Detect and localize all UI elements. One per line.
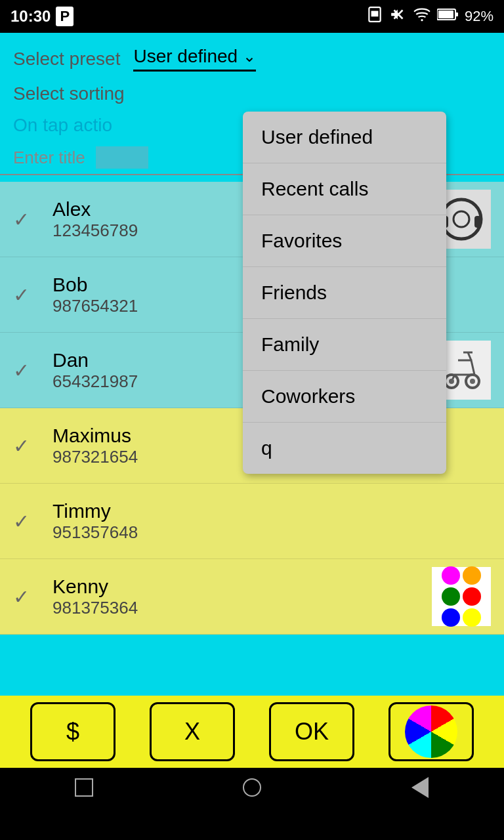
wifi-icon xyxy=(413,6,430,27)
back-icon xyxy=(411,777,429,798)
table-row[interactable]: ✓ Kenny 981375364 xyxy=(0,559,504,635)
contact-info: Kenny 981375364 xyxy=(52,576,432,618)
checkmark-icon: ✓ xyxy=(13,208,39,231)
preset-label: Select preset xyxy=(13,49,120,70)
svg-rect-4 xyxy=(455,12,458,16)
dollar-icon: $ xyxy=(66,718,79,746)
contact-thumbnail xyxy=(432,567,491,626)
dropdown-item-user-defined[interactable]: User defined xyxy=(243,112,446,163)
preset-dropdown-trigger[interactable]: User defined ⌄ xyxy=(133,46,256,72)
table-row[interactable]: ✓ Timmy 951357648 xyxy=(0,484,504,559)
svg-point-15 xyxy=(470,379,475,384)
dropdown-item-friends[interactable]: Friends xyxy=(243,267,446,319)
contact-thumbnail xyxy=(432,492,491,551)
svg-point-2 xyxy=(421,19,423,21)
bottom-toolbar: $ X OK xyxy=(0,696,504,768)
dropdown-item-favorites[interactable]: Favorites xyxy=(243,215,446,267)
chevron-down-icon: ⌄ xyxy=(243,47,256,66)
contact-info: Timmy 951357648 xyxy=(52,500,432,543)
sorting-label: Select sorting xyxy=(13,83,125,104)
sorting-row: Select sorting xyxy=(0,78,504,110)
dropdown-item-coworkers[interactable]: Coworkers xyxy=(243,371,446,423)
color-wheel-icon xyxy=(405,705,457,758)
preset-selected-value: User defined xyxy=(133,46,238,67)
sim-icon xyxy=(366,6,383,27)
nav-recents-button[interactable] xyxy=(68,771,100,804)
dollar-button[interactable]: $ xyxy=(30,702,116,761)
nav-back-button[interactable] xyxy=(404,771,436,804)
mute-icon xyxy=(390,6,407,27)
checkmark-icon: ✓ xyxy=(13,585,39,608)
checkmark-icon: ✓ xyxy=(13,510,39,533)
svg-line-12 xyxy=(468,352,471,360)
tap-action-label: On tap actio xyxy=(13,115,112,136)
status-bar: 10:30 P 92% xyxy=(0,0,504,33)
svg-rect-1 xyxy=(371,11,379,17)
battery-percent: 92% xyxy=(465,8,494,25)
checkmark-icon: ✓ xyxy=(13,434,39,457)
close-icon: X xyxy=(184,718,200,746)
svg-point-7 xyxy=(453,211,469,227)
dropdown-item-recent-calls[interactable]: Recent calls xyxy=(243,163,446,215)
time-display: 10:30 xyxy=(10,7,51,26)
contact-name: Kenny xyxy=(52,576,432,598)
battery-icon xyxy=(437,8,458,25)
recents-icon xyxy=(75,778,93,797)
parking-icon: P xyxy=(56,7,74,26)
contact-name: Timmy xyxy=(52,500,432,522)
preset-dropdown: User defined Recent calls Favorites Frie… xyxy=(243,112,446,474)
nav-home-button[interactable] xyxy=(236,771,268,804)
home-icon xyxy=(243,778,261,797)
preset-row: Select preset User defined ⌄ xyxy=(0,39,504,78)
dropdown-item-q[interactable]: q xyxy=(243,423,446,474)
svg-point-14 xyxy=(449,379,454,384)
enter-title-label: Enter title xyxy=(13,148,85,168)
svg-rect-5 xyxy=(438,10,453,18)
ok-button[interactable]: OK xyxy=(269,702,354,761)
contact-phone: 981375364 xyxy=(52,598,432,618)
title-input[interactable] xyxy=(96,146,148,169)
navigation-bar xyxy=(0,768,504,807)
dropdown-item-family[interactable]: Family xyxy=(243,319,446,371)
checkmark-icon: ✓ xyxy=(13,359,39,382)
ok-label: OK xyxy=(295,718,329,746)
main-content: Select preset User defined ⌄ Select sort… xyxy=(0,33,504,807)
svg-rect-9 xyxy=(474,216,481,228)
close-button[interactable]: X xyxy=(150,702,235,761)
color-button[interactable] xyxy=(388,702,474,761)
contact-phone: 951357648 xyxy=(52,522,432,543)
checkmark-icon: ✓ xyxy=(13,284,39,306)
